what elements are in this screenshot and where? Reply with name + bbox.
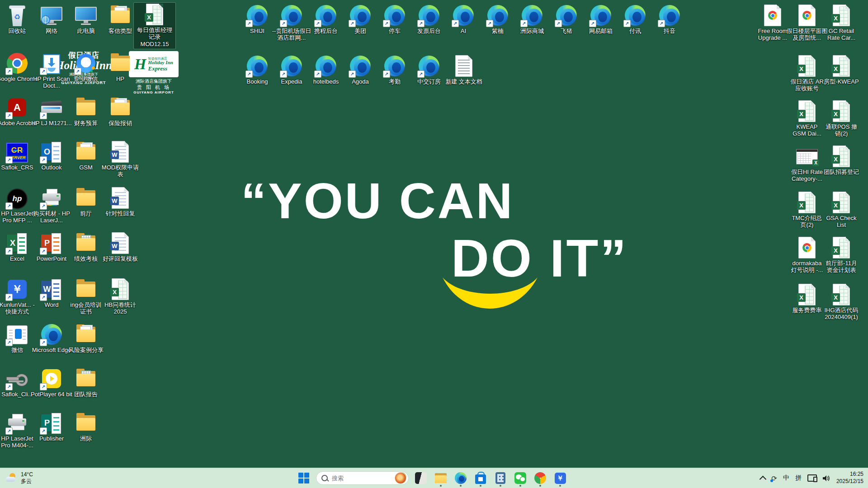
shortcut-arrow-icon: ↗: [5, 427, 13, 435]
tray-overflow-chevron-icon[interactable]: [760, 476, 767, 483]
icon-label: 前厅部-11月 资金计划表: [826, 260, 857, 274]
shortcut-arrow-icon: ↗: [452, 20, 459, 27]
icon-label: 服务费费率: [793, 307, 822, 314]
guest-letter-folder-icon: [109, 5, 131, 26]
icon-label: 飞猪: [561, 28, 572, 34]
wechat-desktop-icon: ↗: [6, 324, 28, 345]
desktop-icon-roomtype-kweap[interactable]: X房型-KWEAP: [821, 54, 862, 86]
icon-label: 付讯: [629, 28, 641, 34]
taskbar-calculator-button[interactable]: [494, 471, 507, 485]
icon-label: 洲际: [80, 435, 92, 442]
edge-icon: [455, 472, 467, 484]
team-recruit-icon: X: [830, 145, 852, 167]
expedia-icon: ↗: [281, 55, 302, 77]
volume-icon[interactable]: [823, 475, 830, 482]
potplayer-icon: ↗: [41, 368, 62, 389]
hp-print-scan-icon: ↗: [41, 52, 62, 74]
icon-label: 团队招募登记: [824, 169, 859, 175]
hotelbeds-icon: ↗: [315, 55, 337, 77]
chrome-icon: [534, 472, 546, 484]
icon-label: 绩效考核: [74, 255, 98, 262]
service-fee-rate-icon: X: [796, 284, 818, 305]
search-input[interactable]: [331, 474, 392, 482]
zinan-icon: ↗: [487, 5, 509, 26]
word-icon: W↗: [41, 278, 62, 300]
desktop-icon-team-report-folder[interactable]: 团队报告: [65, 367, 107, 399]
gc-retail-rate-icon: X: [830, 5, 852, 26]
icon-label: dormakaba 灯号说明 -...: [791, 260, 823, 274]
desktop-icon-intercontinental-folder[interactable]: 洲际: [65, 411, 107, 443]
photos-icon: [415, 472, 427, 484]
ime-mode-indicator[interactable]: 中: [783, 474, 789, 482]
google-chrome-icon: ↗: [6, 52, 28, 74]
icon-label: 中交订房: [417, 78, 441, 85]
icon-label: 紫楠: [492, 28, 504, 34]
desktop-icon-pos-cancel[interactable]: X通联POS 撤 销(2): [821, 99, 862, 139]
powerpoint-icon: P↗: [41, 232, 62, 254]
taskbar-store-button[interactable]: [474, 471, 487, 485]
taskbar-chrome-button[interactable]: [534, 471, 547, 485]
desktop-icon-insurance-folder[interactable]: 保险报销: [99, 96, 141, 128]
desktop-icon-gc-retail-rate[interactable]: XGC Retail Rate Car...: [821, 4, 862, 43]
desktop-icon-ihg-hotel-codes[interactable]: XIHG酒店代码 20240409(1): [821, 283, 862, 322]
floorplan-roomtype-icon: [796, 5, 818, 26]
shortcut-arrow-icon: ↗: [5, 112, 13, 119]
desktop-icon-douyin[interactable]: ↗抖音: [649, 4, 690, 36]
desktop-icon-mod-duty-log-xlsx[interactable]: X每日值班经理 记录 MOD12.15: [134, 3, 175, 49]
desktop-icon-front-office-fund-plan[interactable]: X前厅部-11月 资金计划表: [821, 236, 862, 275]
desktop-icon-review-reply-doc[interactable]: W好评回复模板: [99, 231, 141, 263]
file-explorer-icon: [435, 473, 447, 483]
taskbar-explorer-button[interactable]: [434, 471, 447, 485]
cast-icon[interactable]: [807, 474, 817, 482]
desktop-icon-mod-permission-doc[interactable]: WMOD权限申请表: [99, 140, 141, 179]
desktop-icon-new-text-doc[interactable]: 新建 文本文档: [443, 54, 485, 86]
targeted-reply-doc-icon: W: [109, 187, 131, 209]
insurance-folder-icon: [109, 97, 131, 118]
finance-budget-folder-icon: [75, 97, 97, 118]
roomtype-kweap-icon: X: [830, 55, 852, 77]
shortcut-arrow-icon: ↗: [5, 156, 13, 164]
taskbar-wechat-button[interactable]: [514, 471, 527, 485]
desktop-icon-hp-folder[interactable]: HP: [99, 52, 141, 84]
ime-pinyin-indicator[interactable]: 拼: [795, 474, 802, 482]
icon-label: 抖音: [664, 28, 675, 34]
sync-icon[interactable]: ⟳: [771, 475, 777, 482]
weather-widget[interactable]: 14°C 多云: [5, 468, 33, 488]
shortcut-arrow-icon: ↗: [5, 68, 13, 75]
hp-laserjet-m404-icon: ↗: [6, 412, 28, 434]
new-text-doc-icon: [453, 55, 475, 77]
shortcut-arrow-icon: ↗: [40, 202, 47, 210]
taskbar-clock[interactable]: 16:25 2025/12/15: [836, 471, 863, 485]
parking-icon: ↗: [384, 5, 406, 26]
ms-edge-icon: ↗: [41, 324, 62, 345]
icon-label: 财务预算: [74, 120, 98, 127]
shortcut-arrow-icon: ↗: [314, 20, 321, 27]
taskbar-apps: ￥: [415, 471, 566, 485]
wechat-icon: [514, 472, 526, 484]
icon-label: ing会员培训 证书: [70, 301, 101, 315]
taskbar-photos-button[interactable]: [415, 471, 427, 485]
icon-label: 好评回复模板: [103, 255, 138, 262]
desktop-icon-hb-survey-xlsx[interactable]: XHB问卷统计 2025: [99, 277, 141, 317]
desktop-icon-targeted-reply-doc[interactable]: W针对性回复: [99, 186, 141, 218]
ihg-mall-icon: ↗: [521, 5, 543, 26]
performance-folder-icon: [75, 232, 97, 254]
icon-label: 保险报销: [108, 120, 132, 127]
desktop-icon-layer: ♻回收站网络此电脑客信类型X每日值班经理 记录 MOD12.15↗Google …: [0, 0, 868, 488]
publisher-icon: P↗: [41, 412, 62, 434]
desktop-icon-team-recruit[interactable]: X团队招募登记: [821, 145, 862, 177]
network-icon: [41, 5, 62, 26]
desktop-icon-gsa-checklist[interactable]: XGSA Check List: [821, 191, 862, 230]
icon-label: 网易邮箱: [589, 28, 613, 34]
search-daily-image-icon[interactable]: [395, 473, 406, 483]
taskbar-kunlunvat-button[interactable]: ￥: [554, 471, 566, 485]
buy-supplies-icon: ↗: [41, 187, 62, 209]
taskbar-search[interactable]: [316, 471, 409, 485]
desktop-icon-risk-case-folder[interactable]: 风险案例分享: [65, 323, 107, 355]
mod-permission-doc-icon: W: [109, 141, 131, 163]
agoda-icon: ↗: [349, 55, 371, 77]
start-button[interactable]: [297, 471, 310, 485]
taskbar-edge-button[interactable]: [454, 471, 467, 485]
ing-training-folder-icon: [75, 278, 97, 300]
icon-label: SHIJI: [250, 28, 264, 34]
